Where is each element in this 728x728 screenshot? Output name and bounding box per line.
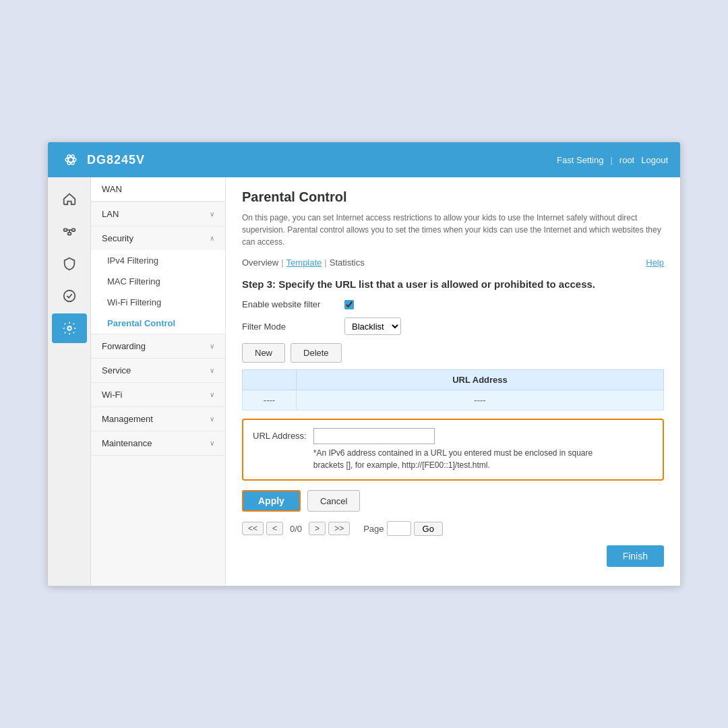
tab-template[interactable]: Template bbox=[286, 257, 322, 268]
table-col-check bbox=[243, 370, 297, 390]
url-input-area: *An IPv6 address contained in a URL you … bbox=[313, 428, 610, 471]
sidebar-management-section: Management ∨ bbox=[91, 407, 225, 431]
sidebar-item-management[interactable]: Management ∨ bbox=[91, 407, 225, 431]
table-cell-url: ---- bbox=[297, 390, 664, 411]
sidebar-item-security[interactable]: Security ∧ bbox=[91, 226, 225, 250]
url-input[interactable] bbox=[313, 428, 435, 444]
table-cell-check: ---- bbox=[243, 390, 297, 411]
pagination-row: << < 0/0 > >> Page Go bbox=[242, 521, 664, 536]
main-content: Parental Control On this page, you can s… bbox=[226, 177, 680, 586]
icon-nav bbox=[48, 177, 91, 586]
finish-row: Finish bbox=[242, 545, 664, 567]
filter-mode-row: Filter Mode Blacklist Whitelist bbox=[242, 317, 664, 335]
pag-page-label: Page bbox=[363, 524, 384, 534]
url-hint: *An IPv6 address contained in a URL you … bbox=[313, 447, 610, 471]
security-chevron: ∧ bbox=[210, 235, 214, 242]
cancel-button[interactable]: Cancel bbox=[307, 490, 360, 512]
sidebar-lan-section: LAN ∨ bbox=[91, 202, 225, 226]
url-form-label: URL Address: bbox=[253, 428, 307, 441]
page-desc: On this page, you can set Internet acces… bbox=[242, 212, 664, 248]
sidebar-item-wifi[interactable]: Wi-Fi ∨ bbox=[91, 383, 225, 406]
sidebar-subitem-parental-control[interactable]: Parental Control bbox=[91, 313, 225, 334]
logo-area: DG8245V bbox=[60, 150, 145, 169]
enable-filter-row: Enable website filter bbox=[242, 299, 664, 309]
btn-row: New Delete bbox=[242, 343, 664, 363]
nav-security[interactable] bbox=[52, 249, 87, 278]
wifi-chevron: ∨ bbox=[210, 391, 214, 398]
sidebar-subitem-ipv4-filtering[interactable]: IPv4 Filtering bbox=[91, 250, 225, 271]
finish-button[interactable]: Finish bbox=[607, 545, 664, 567]
apply-button[interactable]: Apply bbox=[242, 490, 301, 512]
management-chevron: ∨ bbox=[210, 415, 214, 423]
sidebar-wifi-section: Wi-Fi ∨ bbox=[91, 383, 225, 407]
tab-bar: Overview | Template | Statistics Help bbox=[242, 257, 664, 268]
url-table: URL Address ---- ---- bbox=[242, 369, 664, 411]
filter-mode-select[interactable]: Blacklist Whitelist bbox=[344, 317, 401, 335]
svg-point-9 bbox=[67, 326, 71, 330]
sidebar-forwarding-section: Forwarding ∨ bbox=[91, 334, 225, 359]
url-form-box: URL Address: *An IPv6 address contained … bbox=[242, 419, 664, 481]
nav-settings[interactable] bbox=[52, 313, 87, 343]
nav-home[interactable] bbox=[52, 184, 87, 214]
pag-prev-btn[interactable]: < bbox=[266, 522, 283, 535]
nav-diagnostics[interactable] bbox=[52, 281, 87, 311]
sidebar-item-service[interactable]: Service ∨ bbox=[91, 359, 225, 382]
header-right: Fast Setting | root Logout bbox=[557, 155, 668, 165]
pag-page-input[interactable] bbox=[387, 521, 411, 536]
action-row: Apply Cancel bbox=[242, 490, 664, 512]
delete-button[interactable]: Delete bbox=[291, 343, 342, 363]
tab-overview[interactable]: Overview bbox=[242, 257, 278, 268]
table-col-url: URL Address bbox=[297, 370, 664, 390]
tab-sep-2: | bbox=[324, 257, 326, 268]
forwarding-chevron: ∨ bbox=[210, 342, 214, 350]
logo-text: DG8245V bbox=[87, 153, 145, 167]
enable-filter-checkbox[interactable] bbox=[344, 300, 354, 309]
logout-link[interactable]: Logout bbox=[641, 155, 668, 165]
help-link[interactable]: Help bbox=[646, 257, 664, 268]
header: DG8245V Fast Setting | root Logout bbox=[48, 142, 680, 177]
svg-rect-5 bbox=[67, 233, 71, 235]
page-title: Parental Control bbox=[242, 189, 664, 205]
filter-mode-label: Filter Mode bbox=[242, 322, 336, 332]
user-label: root bbox=[619, 155, 634, 165]
nav-network[interactable] bbox=[52, 216, 87, 246]
sidebar-subitem-mac-filtering[interactable]: MAC Filtering bbox=[91, 271, 225, 292]
sidebar-security-section: Security ∧ IPv4 Filtering MAC Filtering … bbox=[91, 226, 225, 334]
pag-info: 0/0 bbox=[290, 524, 302, 534]
sidebar-item-lan[interactable]: LAN ∨ bbox=[91, 202, 225, 226]
body-layout: WAN LAN ∨ Security ∧ IPv4 Filtering MAC bbox=[48, 177, 680, 586]
huawei-logo-icon bbox=[60, 150, 82, 169]
enable-filter-label: Enable website filter bbox=[242, 299, 336, 309]
table-row: ---- ---- bbox=[243, 390, 664, 411]
lan-chevron: ∨ bbox=[210, 210, 214, 218]
service-chevron: ∨ bbox=[210, 367, 214, 374]
svg-point-8 bbox=[63, 291, 75, 302]
maintenance-chevron: ∨ bbox=[210, 439, 214, 447]
tab-statistics[interactable]: Statistics bbox=[330, 257, 365, 268]
pag-go-btn[interactable]: Go bbox=[414, 522, 443, 536]
header-separator: | bbox=[610, 155, 612, 165]
new-button[interactable]: New bbox=[242, 343, 285, 363]
sidebar-maintenance-section: Maintenance ∨ bbox=[91, 431, 225, 456]
pag-last-btn[interactable]: >> bbox=[328, 522, 350, 535]
enable-filter-control bbox=[344, 300, 354, 309]
pag-next-btn[interactable]: > bbox=[309, 522, 326, 535]
svg-point-0 bbox=[65, 158, 76, 162]
svg-rect-4 bbox=[71, 229, 75, 231]
filter-mode-control: Blacklist Whitelist bbox=[344, 317, 401, 335]
tab-sep-1: | bbox=[281, 257, 283, 268]
sidebar: WAN LAN ∨ Security ∧ IPv4 Filtering MAC bbox=[91, 177, 226, 586]
sidebar-service-section: Service ∨ bbox=[91, 359, 225, 383]
sidebar-item-maintenance[interactable]: Maintenance ∨ bbox=[91, 431, 225, 455]
sidebar-subitem-wifi-filtering[interactable]: Wi-Fi Filtering bbox=[91, 292, 225, 313]
fast-setting-link[interactable]: Fast Setting bbox=[557, 155, 603, 165]
svg-rect-3 bbox=[63, 229, 67, 231]
sidebar-wan-section: WAN bbox=[91, 177, 225, 202]
sidebar-item-forwarding[interactable]: Forwarding ∨ bbox=[91, 334, 225, 358]
step-title: Step 3: Specify the URL list that a user… bbox=[242, 278, 664, 290]
pag-first-btn[interactable]: << bbox=[242, 522, 264, 535]
sidebar-item-wan[interactable]: WAN bbox=[91, 177, 225, 202]
